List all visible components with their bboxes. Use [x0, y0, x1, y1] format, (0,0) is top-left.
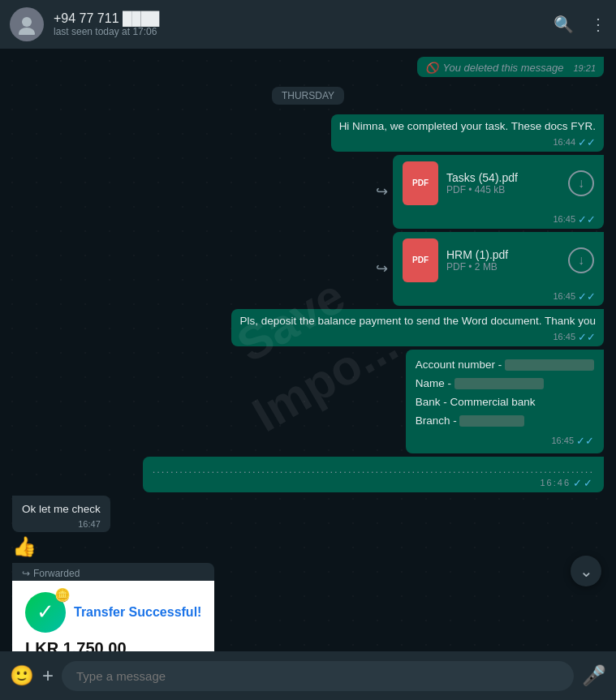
pdf2-inner: PDF HRM (1).pdf PDF • 2 MB ↓: [393, 232, 604, 289]
account-number-line: Account number -: [416, 356, 594, 375]
pdf2-size: PDF • 2 MB: [446, 261, 560, 273]
coin-icon: 🪙: [54, 587, 71, 603]
msg-hi-nimna-time: 16:44: [553, 137, 575, 147]
ok-check-text: Ok let me check: [22, 502, 101, 517]
forward-pdf2-icon[interactable]: ↪: [376, 260, 388, 277]
pdf1-bubble: PDF Tasks (54).pdf PDF • 445 kB ↓ 16:45 …: [393, 155, 604, 229]
forwarded-text: Forwarded: [33, 568, 80, 579]
transfer-card: ✓ 🪙 Transfer Successful! LKR 1,750.00 To…: [12, 581, 214, 651]
pdf1-name: Tasks (54).pdf: [446, 171, 560, 184]
pdf1-row: ↪ PDF Tasks (54).pdf PDF • 445 kB ↓ 16:4…: [12, 155, 604, 229]
msg-hi-nimna-ticks: ✓✓: [578, 136, 596, 148]
account-bubble: Account number - Name - Bank - Commercia…: [406, 350, 604, 453]
svg-point-1: [19, 28, 35, 35]
pdf1-meta: 16:45 ✓✓: [393, 212, 604, 229]
account-branch-redacted: [459, 415, 524, 427]
transfer-check-circle: ✓ 🪙: [25, 592, 66, 633]
deleted-message-row: 🚫 You deleted this message 19:21: [12, 57, 604, 77]
msg-hi-nimna-row: Hi Nimna, we completed your task. These …: [12, 114, 604, 152]
pdf2-row: ↪ PDF HRM (1).pdf PDF • 2 MB ↓ 16:45 ✓✓: [12, 232, 604, 306]
account-name-line: Name -: [416, 375, 594, 393]
pdf1-inner: PDF Tasks (54).pdf PDF • 445 kB ↓: [393, 155, 604, 212]
msg-hi-nimna-bubble: Hi Nimna, we completed your task. These …: [331, 114, 604, 152]
menu-icon[interactable]: ⋮: [590, 15, 606, 34]
search-icon[interactable]: 🔍: [554, 15, 574, 34]
pdf2-time: 16:45: [553, 291, 575, 301]
pdf2-meta: 16:45 ✓✓: [393, 289, 604, 306]
pdf1-size: PDF • 445 kB: [446, 184, 560, 195]
account-number-redacted: [505, 359, 594, 371]
date-divider: THURSDAY: [12, 87, 604, 105]
chat-wrapper: SaveImpo... 🚫 You deleted this message 1…: [0, 49, 616, 651]
dotted-ticks: ✓✓: [573, 477, 594, 489]
pdf1-ticks: ✓✓: [578, 213, 596, 225]
deposit-msg-row: Pls, deposit the balance payment to send…: [12, 309, 604, 346]
chat-area: SaveImpo... 🚫 You deleted this message 1…: [0, 49, 616, 651]
contact-name: +94 77 711 ████: [54, 11, 544, 26]
dotted-time: 16:46: [540, 478, 571, 487]
deposit-msg-bubble: Pls, deposit the balance payment to send…: [231, 309, 604, 346]
ok-check-time: 16:47: [78, 519, 101, 529]
attach-button[interactable]: +: [42, 664, 54, 687]
forward-arrow-icon: ↪: [22, 568, 30, 579]
deleted-bubble: 🚫 You deleted this message 19:21: [417, 57, 604, 77]
ok-check-meta: 16:47: [22, 519, 101, 529]
account-ticks: ✓✓: [576, 432, 594, 450]
deposit-msg-ticks: ✓✓: [578, 331, 596, 343]
dotted-text: ........................................…: [153, 463, 594, 475]
forwarded-card-container: ↪ Forwarded ✓ 🪙 Transfer Successful! LKR…: [12, 563, 214, 651]
deleted-text: You deleted this message: [443, 62, 564, 74]
contact-avatar[interactable]: [10, 7, 44, 41]
ok-check-group: Ok let me check 16:47 👍: [12, 496, 110, 558]
forwarded-card-row: ↪ Forwarded ✓ 🪙 Transfer Successful! LKR…: [12, 561, 604, 651]
dotted-bubble: ........................................…: [143, 457, 604, 492]
pdf1-time: 16:45: [553, 214, 575, 224]
ok-check-bubble: Ok let me check 16:47: [12, 496, 110, 532]
thumbs-up-emoji: 👍: [12, 535, 110, 558]
deposit-msg-meta: 16:45 ✓✓: [239, 331, 596, 343]
account-time: 16:45: [551, 433, 574, 449]
pdf1-icon: PDF: [403, 161, 438, 205]
account-name-redacted: [454, 378, 544, 389]
forward-pdf1-icon[interactable]: ↪: [376, 183, 388, 200]
header-contact-info[interactable]: +94 77 711 ████ last seen today at 17:06: [54, 11, 544, 37]
account-branch-line: Branch -: [416, 412, 594, 431]
dotted-row: ........................................…: [12, 457, 604, 492]
emoji-button[interactable]: 🙂: [10, 664, 34, 687]
account-meta: 16:45 ✓✓: [416, 432, 594, 450]
mic-button[interactable]: 🎤: [582, 664, 606, 687]
deposit-msg-text: Pls, deposit the balance payment to send…: [239, 314, 596, 329]
transfer-amount: LKR 1,750.00: [25, 639, 201, 651]
deposit-msg-time: 16:45: [553, 332, 575, 341]
message-input[interactable]: [62, 661, 574, 691]
deleted-time: 19:21: [573, 63, 596, 73]
date-label: THURSDAY: [272, 87, 344, 105]
msg-hi-nimna-meta: 16:44 ✓✓: [339, 136, 596, 148]
ok-check-row: Ok let me check 16:47 👍: [12, 496, 604, 558]
pdf2-download-btn[interactable]: ↓: [568, 247, 594, 273]
pdf2-info: HRM (1).pdf PDF • 2 MB: [446, 248, 560, 273]
account-bank-line: Bank - Commercial bank: [416, 393, 594, 412]
pdf2-ticks: ✓✓: [578, 290, 596, 303]
transfer-title: Transfer Successful!: [74, 605, 201, 620]
msg-hi-nimna-text: Hi Nimna, we completed your task. These …: [339, 119, 596, 135]
header-actions: 🔍 ⋮: [554, 15, 606, 34]
scroll-down-button[interactable]: ⌄: [571, 556, 601, 586]
pdf1-info: Tasks (54).pdf PDF • 445 kB: [446, 171, 560, 195]
pdf2-bubble: PDF HRM (1).pdf PDF • 2 MB ↓ 16:45 ✓✓: [393, 232, 604, 306]
input-bar: 🙂 + 🎤: [0, 651, 616, 700]
forwarded-label: ↪ Forwarded: [12, 563, 214, 581]
account-row: Account number - Name - Bank - Commercia…: [12, 350, 604, 453]
chat-header: +94 77 711 ████ last seen today at 17:06…: [0, 0, 616, 49]
contact-status: last seen today at 17:06: [54, 26, 544, 37]
deleted-icon: 🚫: [425, 62, 438, 74]
transfer-check-area: ✓ 🪙 Transfer Successful!: [25, 592, 201, 633]
dotted-meta: 16:46 ✓✓: [153, 477, 594, 489]
transfer-info: Transfer Successful!: [74, 605, 201, 620]
pdf2-icon: PDF: [403, 238, 438, 282]
pdf1-download-btn[interactable]: ↓: [568, 170, 594, 196]
pdf2-name: HRM (1).pdf: [446, 248, 560, 261]
svg-point-0: [22, 17, 32, 27]
